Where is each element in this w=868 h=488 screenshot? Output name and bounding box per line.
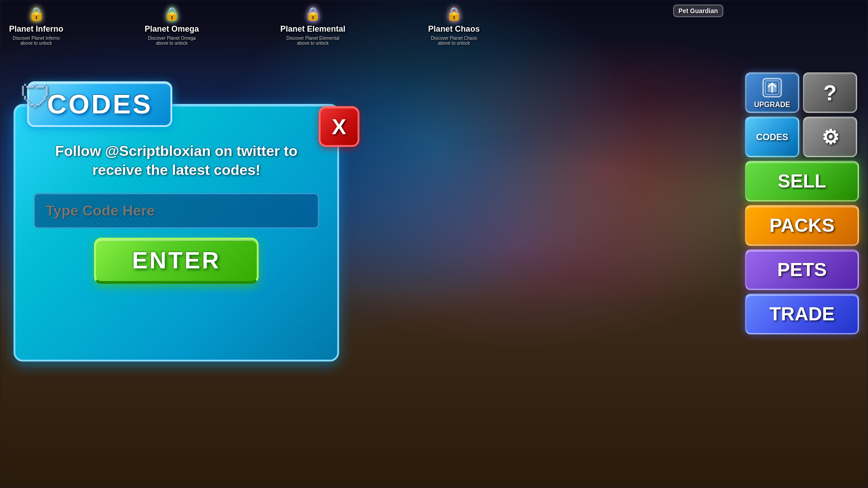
lock-icon-elemental: 🔒 xyxy=(305,6,321,21)
planet-elemental-name: Planet Elemental xyxy=(280,24,345,34)
upgrade-button[interactable]: Upgrade xyxy=(745,72,799,113)
top-hud: 🔒 Planet Inferno Discover Planet Inferno… xyxy=(0,0,868,45)
planet-inferno-desc: Discover Planet Inferno above to unlock xyxy=(9,36,63,46)
trade-label: TRADE xyxy=(769,303,835,325)
settings-button[interactable]: ⚙ xyxy=(803,117,857,157)
planet-chaos-name: Planet Chaos xyxy=(428,24,480,34)
trade-button[interactable]: TRADE xyxy=(745,294,859,334)
follow-text: Follow @Scriptbloxian on twitter to rece… xyxy=(33,137,319,184)
pets-label: PETS xyxy=(777,259,827,281)
planet-chaos-desc: Discover Planet Chaos above to unlock xyxy=(427,36,481,46)
planet-elemental-desc: Discover Planet Elemental above to unloc… xyxy=(286,36,340,46)
codes-title-box: 🛡 CODES xyxy=(27,81,172,127)
sidebar-row-4: PACKS xyxy=(745,205,859,246)
sidebar-row-3: SELL xyxy=(745,161,859,202)
packs-button[interactable]: PACKS xyxy=(745,205,859,246)
enter-button[interactable]: ENTER xyxy=(94,238,259,284)
code-input[interactable] xyxy=(33,193,319,229)
sidebar-row-5: PETS xyxy=(745,249,859,290)
question-mark: ? xyxy=(823,80,836,105)
planet-chaos: 🔒 Planet Chaos Discover Planet Chaos abo… xyxy=(427,5,481,46)
upgrade-icon xyxy=(761,76,783,99)
close-button[interactable]: X xyxy=(319,106,359,147)
sell-label: SELL xyxy=(778,170,826,192)
planet-omega-icon: 🔒 xyxy=(163,5,181,23)
codes-title: CODES xyxy=(47,89,152,119)
packs-label: PACKS xyxy=(769,215,835,236)
pet-guardian-label: Pet Guardian xyxy=(673,5,723,17)
planet-inferno-icon: 🔒 xyxy=(27,5,45,23)
codes-sidebar-label: CODES xyxy=(756,132,788,142)
gear-icon: ⚙ xyxy=(821,126,839,149)
planet-inferno-name: Planet Inferno xyxy=(9,24,63,34)
codes-body: Follow @Scriptbloxian on twitter to rece… xyxy=(14,104,339,361)
close-x-icon: X xyxy=(332,114,346,139)
sidebar-row-1: Upgrade ? xyxy=(745,72,859,113)
pets-button[interactable]: PETS xyxy=(745,249,859,290)
lock-icon-omega: 🔒 xyxy=(164,6,180,21)
right-sidebar: Upgrade ? CODES ⚙ SELL PACKS PETS xyxy=(745,72,859,334)
planet-inferno: 🔒 Planet Inferno Discover Planet Inferno… xyxy=(9,5,63,46)
lock-icon-chaos: 🔒 xyxy=(446,6,462,21)
planet-omega-desc: Discover Planet Omega above to unlock xyxy=(145,36,199,46)
sell-button[interactable]: SELL xyxy=(745,161,859,202)
codes-modal: 🛡 CODES X Follow @Scriptbloxian on twitt… xyxy=(14,81,339,361)
sidebar-row-6: TRADE xyxy=(745,294,859,334)
shield-icon: 🛡 xyxy=(20,79,52,115)
upgrade-label: Upgrade xyxy=(754,101,790,109)
planet-elemental: 🔒 Planet Elemental Discover Planet Eleme… xyxy=(280,5,345,46)
planet-omega-name: Planet Omega xyxy=(145,24,199,34)
question-button[interactable]: ? xyxy=(803,72,857,113)
planet-elemental-icon: 🔒 xyxy=(304,5,322,23)
planet-chaos-icon: 🔒 xyxy=(445,5,463,23)
lock-icon-inferno: 🔒 xyxy=(28,6,44,21)
sidebar-row-2: CODES ⚙ xyxy=(745,117,859,157)
planet-omega: 🔒 Planet Omega Discover Planet Omega abo… xyxy=(145,5,199,46)
codes-sidebar-button[interactable]: CODES xyxy=(745,117,799,157)
